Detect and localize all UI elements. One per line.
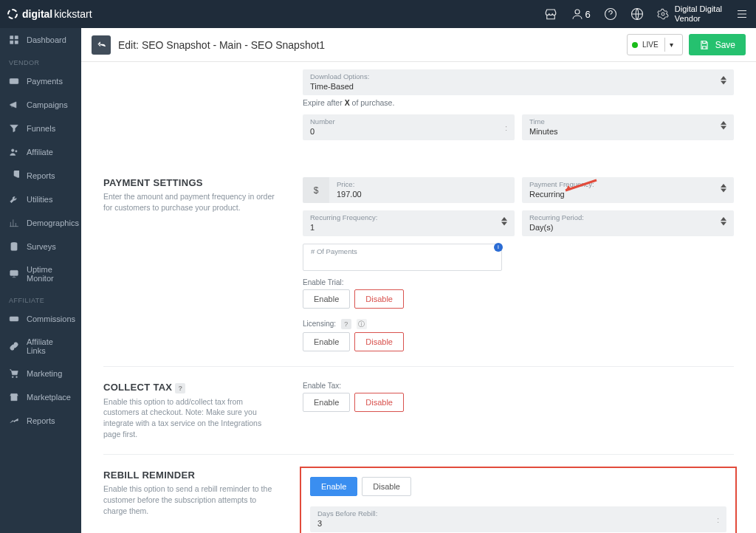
sidebar-item-label: Reports: [27, 416, 55, 425]
tax-desc: Enable this option to add/collect tax fr…: [103, 396, 281, 440]
store2-icon: [9, 392, 19, 402]
sidebar-item-commissions[interactable]: Commissions: [0, 307, 81, 331]
logo-text-thin: kickstart: [54, 8, 92, 20]
recurring-period-label: Recurring Period:: [529, 213, 726, 221]
days-before-rebill-input[interactable]: Days Before Rebill: 3 :: [310, 506, 726, 532]
num-payments-input[interactable]: # Of Payments i: [303, 244, 502, 271]
rebill-enable-button[interactable]: Enable: [310, 477, 357, 496]
sidebar-item-label: Marketplace: [27, 393, 71, 402]
svg-rect-8: [10, 79, 18, 84]
funnel-icon: [9, 123, 19, 134]
sidebar-item-aff-reports[interactable]: Reports: [0, 409, 81, 433]
sidebar-item-funnels[interactable]: Funnels: [0, 117, 81, 140]
tax-disable-button[interactable]: Disable: [354, 393, 404, 412]
megaphone-icon: [9, 100, 19, 110]
save-icon: [699, 40, 709, 50]
logo[interactable]: digitalkickstart: [7, 8, 92, 20]
number-input[interactable]: Number 0 :: [303, 114, 515, 140]
vendor-switcher[interactable]: Digital Digital Vendor: [657, 4, 722, 24]
sidebar-item-marketing[interactable]: Marketing: [0, 362, 81, 385]
download-options-label: Download Options:: [310, 72, 726, 80]
info-icon[interactable]: i: [494, 243, 503, 252]
sidebar-item-label: Affiliate: [27, 148, 53, 157]
chevron-down-icon[interactable]: ▾: [664, 38, 678, 52]
vendor-line2: Vendor: [675, 14, 722, 24]
sidebar-item-demographics[interactable]: Demographics: [0, 211, 81, 235]
card-icon: [9, 76, 19, 86]
recurring-frequency-label: Recurring Frequency:: [310, 213, 507, 221]
sidebar-item-label: Funnels: [27, 124, 55, 133]
licensing-label: Licensing: ? ⓘ: [303, 319, 734, 329]
content: Edit: SEO Snapshot - Main - SEO Snapshot…: [81, 28, 756, 533]
rebill-highlight-box: Enable Disable Days Before Rebill: 3 :: [300, 467, 737, 533]
recurring-period-select[interactable]: Recurring Period: Day(s): [522, 210, 734, 236]
money-icon: [9, 314, 19, 324]
licensing-disable-button[interactable]: Disable: [354, 332, 404, 351]
price-value: 197.00: [337, 188, 507, 199]
wrench-icon: [9, 194, 19, 204]
sidebar: Dashboard VENDOR Payments Campaigns Funn…: [0, 28, 81, 533]
help-icon[interactable]: ?: [175, 383, 185, 393]
price-input[interactable]: Price: 197.00: [329, 177, 515, 203]
back-button[interactable]: [92, 35, 111, 55]
rebill-disable-button[interactable]: Disable: [362, 477, 411, 496]
user-icon: [571, 7, 584, 21]
time-value: Minutes: [529, 125, 726, 136]
sidebar-item-label: Commissions: [27, 314, 75, 323]
sidebar-item-reports[interactable]: Reports: [0, 164, 81, 188]
sidebar-item-label: Uptime Monitor: [27, 265, 72, 283]
sidebar-item-label: Affiliate Links: [27, 337, 72, 355]
sidebar-item-payments[interactable]: Payments: [0, 69, 81, 93]
number-value: 0: [310, 125, 507, 136]
save-button[interactable]: Save: [689, 34, 746, 55]
sidebar-item-utilities[interactable]: Utilities: [0, 188, 81, 211]
sidebar-heading-affiliate: AFFILIATE: [0, 289, 81, 307]
help-icon[interactable]: [604, 7, 617, 21]
time-select[interactable]: Time Minutes: [522, 114, 734, 140]
svg-point-3: [662, 13, 664, 16]
sidebar-item-affiliate-links[interactable]: Affiliate Links: [0, 331, 81, 362]
help2-icon[interactable]: ⓘ: [357, 319, 367, 329]
sidebar-item-dashboard[interactable]: Dashboard: [0, 28, 81, 52]
sidebar-item-label: Marketing: [27, 369, 62, 378]
bar-chart-icon: [9, 218, 19, 228]
live-dot-icon: [632, 42, 638, 48]
download-options-value: Time-Based: [310, 80, 726, 91]
time-label: Time: [529, 117, 726, 125]
trial-disable-button[interactable]: Disable: [354, 289, 404, 309]
sidebar-item-affiliate[interactable]: Affiliate: [0, 140, 81, 164]
topbar: digitalkickstart 6 Digital Digital Vendo…: [0, 0, 756, 28]
sidebar-item-label: Dashboard: [27, 35, 66, 44]
number-label: Number: [310, 117, 507, 125]
licensing-enable-button[interactable]: Enable: [303, 332, 350, 351]
user-count-value: 6: [585, 9, 591, 20]
help-icon[interactable]: ?: [341, 319, 351, 329]
sidebar-item-label: Utilities: [27, 195, 52, 204]
vendor-line1: Digital Digital: [675, 4, 722, 14]
sidebar-item-label: Campaigns: [27, 100, 68, 109]
tax-enable-button[interactable]: Enable: [303, 393, 350, 412]
gear-icon: [657, 8, 669, 20]
sidebar-item-marketplace[interactable]: Marketplace: [0, 385, 81, 409]
payment-desc: Enter the amount and payment frequency i…: [103, 191, 281, 213]
sidebar-item-surveys[interactable]: Surveys: [0, 235, 81, 258]
recurring-frequency-value: 1: [310, 221, 507, 232]
payment-frequency-select[interactable]: Payment Frequency: Recurring: [522, 177, 734, 203]
svg-rect-5: [15, 36, 18, 39]
trial-enable-button[interactable]: Enable: [303, 289, 350, 309]
menu-icon[interactable]: [735, 7, 749, 21]
price-label: Price:: [337, 180, 507, 188]
download-options-select[interactable]: Download Options: Time-Based: [303, 69, 734, 95]
recurring-frequency-select[interactable]: Recurring Frequency: 1: [303, 210, 515, 236]
cart-icon: [9, 368, 19, 379]
user-count[interactable]: 6: [571, 7, 591, 21]
live-text: LIVE: [642, 41, 659, 49]
sidebar-item-uptime[interactable]: Uptime Monitor: [0, 258, 81, 289]
status-live-badge[interactable]: LIVE ▾: [627, 34, 683, 55]
logo-icon: [7, 9, 18, 19]
svg-rect-6: [10, 41, 13, 44]
globe-icon[interactable]: [630, 7, 644, 21]
sidebar-item-label: Reports: [27, 171, 55, 180]
sidebar-item-campaigns[interactable]: Campaigns: [0, 93, 81, 117]
store-icon[interactable]: [544, 7, 557, 21]
